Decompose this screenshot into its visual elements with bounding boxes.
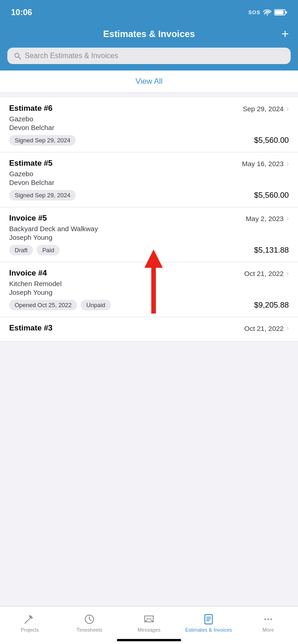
item-title: Estimate #5 [9, 159, 53, 168]
tab-item-projects[interactable]: Projects [0, 613, 60, 633]
view-all-button[interactable]: View All [135, 77, 162, 86]
item-date: Sep 29, 2024 [243, 105, 283, 113]
item-tags: Opened Oct 25, 2022 Unpaid [9, 300, 111, 310]
item-amount: $5,131.88 [254, 246, 289, 255]
header-title: Estimates & Invoices [23, 29, 275, 39]
list-item[interactable]: Estimate #6 Sep 29, 2024 › Gazebo Devon … [0, 97, 298, 152]
header: Estimates & Invoices + [0, 23, 298, 48]
hammer-icon [24, 613, 36, 625]
main-content: View All Estimate #6 Sep 29, 2024 › Gaze… [0, 70, 298, 379]
item-customer: Devon Belchar [9, 179, 289, 186]
tag: Unpaid [81, 300, 110, 310]
svg-point-9 [149, 618, 150, 620]
list-item-header: Invoice #5 May 2, 2023 › [9, 214, 289, 223]
item-footer: Signed Sep 29, 2024 $5,560.00 [9, 135, 289, 146]
document-icon [203, 613, 215, 625]
list-item-header: Estimate #5 May 16, 2023 › [9, 159, 289, 168]
item-title: Estimate #3 [9, 324, 53, 333]
item-subtitle: Kitchen Remodel [9, 280, 289, 287]
list-item-header: Estimate #3 Oct 21, 2022 › [9, 324, 289, 333]
chevron-right-icon: › [287, 324, 289, 332]
item-date-row: Oct 21, 2022 › [244, 324, 289, 332]
more-icon [262, 613, 274, 625]
item-customer: Joseph Young [9, 233, 289, 241]
item-date-row: May 2, 2023 › [246, 214, 289, 222]
tab-item-more[interactable]: More [238, 613, 298, 633]
svg-point-8 [147, 618, 148, 620]
tag: Signed Sep 29, 2024 [9, 190, 76, 200]
list-item[interactable]: Invoice #5 May 2, 2023 › Backyard Deck a… [0, 207, 298, 262]
status-time: 10:06 [11, 8, 32, 17]
item-tags: Signed Sep 29, 2024 [9, 190, 76, 200]
item-title: Estimate #6 [9, 104, 53, 113]
tab-label-messages: Messages [138, 627, 160, 633]
tag: Paid [37, 245, 60, 255]
item-date: Oct 21, 2022 [244, 325, 284, 332]
item-date-row: Sep 29, 2024 › [243, 104, 289, 113]
svg-rect-2 [275, 11, 284, 15]
item-date: May 16, 2023 [242, 160, 284, 168]
messages-icon [143, 613, 155, 625]
svg-point-12 [265, 618, 266, 620]
tab-label-estimates-invoices: Estimates & Invoices [185, 627, 232, 633]
item-date-row: May 16, 2023 › [242, 159, 289, 168]
battery-icon [274, 9, 287, 16]
search-bar-container: Search Estimates & Invoices [0, 48, 298, 70]
item-date: Oct 21, 2022 [244, 270, 284, 277]
sos-indicator: SOS [248, 10, 260, 15]
item-subtitle: Gazebo [9, 170, 289, 178]
list-item-header: Estimate #6 Sep 29, 2024 › [9, 104, 289, 113]
tab-label-projects: Projects [21, 627, 39, 633]
item-date: May 2, 2023 [246, 215, 284, 222]
item-amount: $5,560.00 [254, 191, 289, 200]
item-customer: Joseph Young [9, 288, 289, 296]
item-amount: $9,205.88 [254, 301, 289, 310]
tab-label-more: More [262, 627, 274, 633]
item-title: Invoice #5 [9, 214, 47, 223]
chevron-right-icon: › [287, 104, 289, 113]
status-icons: SOS [248, 9, 287, 16]
chevron-right-icon: › [287, 159, 289, 168]
tab-item-estimates-invoices[interactable]: Estimates & Invoices [179, 613, 238, 633]
chevron-right-icon: › [287, 214, 289, 222]
tab-label-timesheets: Timesheets [77, 627, 102, 633]
search-placeholder: Search Estimates & Invoices [25, 52, 118, 60]
svg-point-14 [270, 618, 272, 620]
item-customer: Devon Belchar [9, 124, 289, 131]
item-title: Invoice #4 [9, 269, 47, 278]
list-item[interactable]: Estimate #3 Oct 21, 2022 › [0, 317, 298, 341]
chevron-right-icon: › [287, 269, 289, 277]
item-footer: Signed Sep 29, 2024 $5,560.00 [9, 190, 289, 200]
item-subtitle: Backyard Deck and Walkway [9, 225, 289, 233]
clock-icon [83, 613, 95, 625]
view-all-section: View All [0, 70, 298, 93]
svg-point-13 [267, 618, 269, 620]
list-item-header: Invoice #4 Oct 21, 2022 › [9, 269, 289, 278]
item-amount: $5,560.00 [254, 136, 289, 145]
tab-item-messages[interactable]: Messages [119, 613, 179, 633]
item-footer: Draft Paid $5,131.88 [9, 245, 289, 255]
list-container: Estimate #6 Sep 29, 2024 › Gazebo Devon … [0, 97, 298, 341]
tab-bar: Projects Timesheets Messages Estimates &… [0, 606, 298, 644]
status-bar: 10:06 SOS [0, 0, 298, 23]
svg-point-10 [150, 618, 151, 620]
tag: Signed Sep 29, 2024 [9, 135, 76, 146]
item-tags: Signed Sep 29, 2024 [9, 135, 76, 146]
item-footer: Opened Oct 25, 2022 Unpaid $9,205.88 [9, 300, 289, 310]
item-tags: Draft Paid [9, 245, 60, 255]
wifi-icon [263, 9, 271, 16]
tab-item-timesheets[interactable]: Timesheets [60, 613, 119, 633]
list-item[interactable]: Estimate #5 May 16, 2023 › Gazebo Devon … [0, 152, 298, 207]
list-item[interactable]: Invoice #4 Oct 21, 2022 › Kitchen Remode… [0, 262, 298, 317]
item-date-row: Oct 21, 2022 › [244, 269, 289, 277]
tag: Draft [9, 245, 33, 255]
item-subtitle: Gazebo [9, 115, 289, 123]
svg-rect-1 [286, 11, 287, 14]
add-button[interactable]: + [275, 27, 289, 41]
search-bar[interactable]: Search Estimates & Invoices [7, 48, 291, 64]
home-indicator [117, 639, 181, 641]
tag: Opened Oct 25, 2022 [9, 300, 77, 310]
search-icon [14, 52, 21, 60]
svg-line-4 [18, 57, 21, 59]
